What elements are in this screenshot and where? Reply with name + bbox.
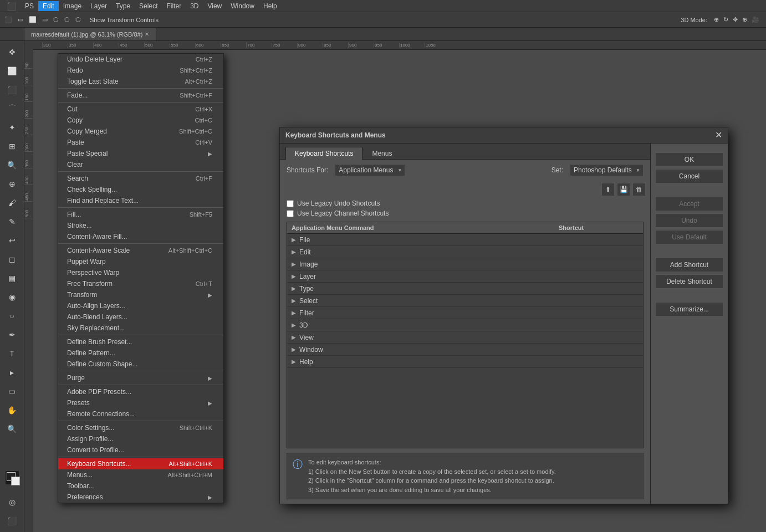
- clone-stamp-tool[interactable]: ✎: [3, 213, 21, 231]
- menu-select[interactable]: Select: [135, 1, 162, 11]
- menu-file[interactable]: PS: [21, 1, 38, 11]
- menu-view[interactable]: View: [203, 1, 226, 11]
- menu-item-find-replace[interactable]: Find and Replace Text...: [58, 195, 223, 206]
- expand-type-icon[interactable]: ▶: [292, 285, 296, 291]
- use-default-button[interactable]: Use Default: [655, 230, 723, 244]
- table-row[interactable]: ▶ File: [287, 234, 643, 246]
- menu-item-preferences[interactable]: Preferences ▶: [58, 492, 223, 503]
- expand-window-icon[interactable]: ▶: [292, 346, 296, 352]
- menu-item-content-aware-fill[interactable]: Content-Aware Fill...: [58, 231, 223, 242]
- undo-button[interactable]: Undo: [655, 213, 723, 228]
- menu-item-check-spelling[interactable]: Check Spelling...: [58, 184, 223, 195]
- hand-tool[interactable]: ✋: [3, 401, 21, 419]
- tab-keyboard-shortcuts[interactable]: Keyboard Shortcuts: [285, 147, 362, 160]
- path-selection-tool[interactable]: ▸: [3, 364, 21, 381]
- eraser-tool[interactable]: ◻: [3, 250, 21, 268]
- artboard-tool[interactable]: ⬜: [3, 62, 21, 80]
- menu-item-search[interactable]: Search Ctrl+F: [58, 173, 223, 184]
- crop-tool[interactable]: ⊞: [3, 137, 21, 155]
- pen-tool[interactable]: ✒: [3, 326, 21, 344]
- brush-tool[interactable]: 🖌: [3, 194, 21, 212]
- menu-type[interactable]: Type: [111, 1, 135, 11]
- menu-item-define-pattern[interactable]: Define Pattern...: [58, 347, 223, 359]
- table-row[interactable]: ▶ Filter: [287, 307, 643, 319]
- table-row[interactable]: ▶ Edit: [287, 246, 643, 258]
- tab-close-icon[interactable]: ✕: [145, 31, 149, 37]
- menu-item-fill[interactable]: Fill... Shift+F5: [58, 209, 223, 220]
- menu-item-define-brush[interactable]: Define Brush Preset...: [58, 336, 223, 347]
- menu-item-purge[interactable]: Purge ▶: [58, 372, 223, 383]
- expand-filter-icon[interactable]: ▶: [292, 310, 296, 316]
- table-row[interactable]: ▶ Window: [287, 344, 643, 356]
- menu-item-auto-align[interactable]: Auto-Align Layers...: [58, 300, 223, 311]
- menu-filter[interactable]: Filter: [162, 1, 186, 11]
- table-row[interactable]: ▶ 3D: [287, 319, 643, 331]
- menu-item-paste-special[interactable]: Paste Special ▶: [58, 148, 223, 159]
- history-brush-tool[interactable]: ↩: [3, 232, 21, 249]
- expand-help-icon[interactable]: ▶: [292, 359, 296, 365]
- screen-mode-toggle[interactable]: ⬛: [3, 512, 21, 530]
- menu-item-menus[interactable]: Menus... Alt+Shift+Ctrl+M: [58, 469, 223, 480]
- menu-item-transform[interactable]: Transform ▶: [58, 289, 223, 300]
- menu-item-color-settings[interactable]: Color Settings... Shift+Ctrl+K: [58, 422, 223, 433]
- menu-layer[interactable]: Layer: [86, 1, 111, 11]
- menu-item-convert-profile[interactable]: Convert to Profile...: [58, 444, 223, 456]
- menu-item-assign-profile[interactable]: Assign Profile...: [58, 433, 223, 444]
- menu-item-free-transform[interactable]: Free Transform Ctrl+T: [58, 278, 223, 289]
- menu-item-adobe-pdf[interactable]: Adobe PDF Presets...: [58, 386, 223, 397]
- marquee-tool[interactable]: ⬛: [3, 81, 21, 99]
- rectangle-tool[interactable]: ▭: [3, 382, 21, 400]
- menu-item-stroke[interactable]: Stroke...: [58, 220, 223, 231]
- delete-set-button[interactable]: 🗑: [632, 183, 646, 196]
- table-row[interactable]: ▶ Help: [287, 356, 643, 368]
- menu-item-cut[interactable]: Cut Ctrl+X: [58, 104, 223, 115]
- tab-menus[interactable]: Menus: [362, 147, 401, 160]
- new-set-button[interactable]: ⬆: [601, 183, 615, 196]
- ok-button[interactable]: OK: [655, 152, 723, 167]
- menu-item-copy[interactable]: Copy Ctrl+C: [58, 115, 223, 126]
- expand-layer-icon[interactable]: ▶: [292, 273, 296, 279]
- expand-image-icon[interactable]: ▶: [292, 261, 296, 267]
- menu-item-clear[interactable]: Clear: [58, 159, 223, 170]
- table-row[interactable]: ▶ Layer: [287, 270, 643, 283]
- set-select[interactable]: Photoshop Defaults Custom: [570, 164, 644, 176]
- accept-button[interactable]: Accept: [655, 197, 723, 211]
- menu-item-puppet-warp[interactable]: Puppet Warp: [58, 256, 223, 267]
- eyedropper-tool[interactable]: 🔍: [3, 156, 21, 174]
- legacy-undo-checkbox[interactable]: [287, 200, 294, 207]
- menu-item-paste[interactable]: Paste Ctrl+V: [58, 137, 223, 148]
- quick-mask-toggle[interactable]: ◎: [3, 493, 21, 511]
- dodge-tool[interactable]: ○: [3, 307, 21, 325]
- table-row[interactable]: ▶ View: [287, 331, 643, 344]
- menu-item-toggle-last[interactable]: Toggle Last State Alt+Ctrl+Z: [58, 76, 223, 87]
- menu-item-perspective-warp[interactable]: Perspective Warp: [58, 267, 223, 278]
- table-row[interactable]: ▶ Image: [287, 258, 643, 270]
- foreground-color[interactable]: [6, 471, 19, 484]
- tab-main-file[interactable]: maxresdefault (1).jpg @ 63.1% (RGB/8#) ✕: [24, 28, 156, 40]
- menu-item-define-shape[interactable]: Define Custom Shape...: [58, 359, 223, 370]
- magic-wand-tool[interactable]: ✦: [3, 119, 21, 136]
- table-row[interactable]: ▶ Type: [287, 283, 643, 295]
- menu-item-copy-merged[interactable]: Copy Merged Shift+Ctrl+C: [58, 126, 223, 137]
- delete-shortcut-button[interactable]: Delete Shortcut: [655, 274, 723, 289]
- menu-help[interactable]: Help: [259, 1, 282, 11]
- expand-select-icon[interactable]: ▶: [292, 298, 296, 304]
- menu-item-presets[interactable]: Presets ▶: [58, 397, 223, 408]
- expand-edit-icon[interactable]: ▶: [292, 249, 296, 255]
- menu-item-sky-replacement[interactable]: Sky Replacement...: [58, 323, 223, 334]
- shortcuts-for-select[interactable]: Application Menus Panel Menus Tools: [335, 164, 405, 176]
- move-tool[interactable]: ✥: [3, 43, 21, 61]
- menu-item-keyboard-shortcuts[interactable]: Keyboard Shortcuts... Alt+Shift+Ctrl+K: [58, 458, 223, 469]
- menu-item-redo[interactable]: Redo Shift+Ctrl+Z: [58, 65, 223, 76]
- menu-item-content-aware-scale[interactable]: Content-Aware Scale Alt+Shift+Ctrl+C: [58, 245, 223, 256]
- menu-item-undo[interactable]: Undo Delete Layer Ctrl+Z: [58, 54, 223, 65]
- menu-item-fade[interactable]: Fade... Shift+Ctrl+F: [58, 90, 223, 101]
- save-set-button[interactable]: 💾: [617, 183, 630, 196]
- menu-edit[interactable]: Edit: [38, 1, 59, 11]
- legacy-channel-checkbox[interactable]: [287, 210, 294, 217]
- expand-3d-icon[interactable]: ▶: [292, 322, 296, 328]
- menu-item-auto-blend[interactable]: Auto-Blend Layers...: [58, 311, 223, 323]
- menu-image[interactable]: Image: [59, 1, 86, 11]
- add-shortcut-button[interactable]: Add Shortcut: [655, 258, 723, 272]
- menu-ps[interactable]: ⬛: [2, 1, 21, 12]
